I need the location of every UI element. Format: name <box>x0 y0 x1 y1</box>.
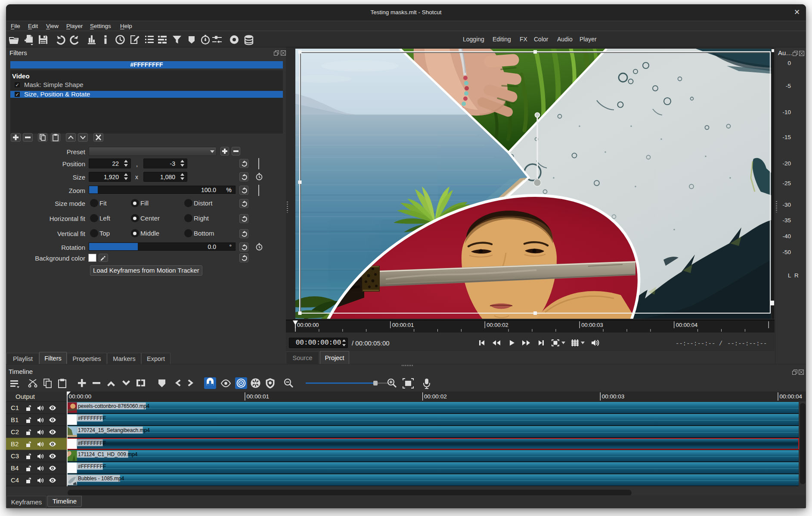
svg-text:C3: C3 <box>11 452 19 460</box>
svg-text:C1: C1 <box>11 404 19 411</box>
svg-text:00:00:02: 00:00:02 <box>487 322 508 328</box>
svg-text:Output: Output <box>15 393 35 400</box>
svg-text:171124_C1_HD_009.mp4: 171124_C1_HD_009.mp4 <box>78 451 138 457</box>
svg-text:B2: B2 <box>11 440 19 448</box>
svg-text:170724_15_Setangibeach.mp4: 170724_15_Setangibeach.mp4 <box>78 427 150 433</box>
svg-text:00:00:03: 00:00:03 <box>581 322 603 328</box>
svg-text:B1: B1 <box>11 416 19 423</box>
svg-text:00:00:01: 00:00:01 <box>392 322 414 328</box>
svg-text:00:00:02: 00:00:02 <box>424 393 447 400</box>
svg-text:C4: C4 <box>11 476 19 484</box>
svg-text:C2: C2 <box>11 428 19 435</box>
svg-text:#FFFFFFFF: #FFFFFFFF <box>78 415 106 421</box>
svg-text:00:00:00: 00:00:00 <box>297 322 319 328</box>
svg-text:#FFFFFFFF: #FFFFFFFF <box>78 440 106 446</box>
svg-text:B4: B4 <box>11 464 19 472</box>
svg-text:#FFFFFFFF: #FFFFFFFF <box>78 463 106 469</box>
svg-text:00:00:04: 00:00:04 <box>780 393 803 400</box>
svg-text:pexels-cottonbro-8765060.mp4: pexels-cottonbro-8765060.mp4 <box>78 403 149 409</box>
svg-text:00:00:04: 00:00:04 <box>676 322 698 328</box>
svg-text:00:00:01: 00:00:01 <box>246 393 269 400</box>
svg-text:00:00:00: 00:00:00 <box>69 393 92 400</box>
svg-text:00:00:03: 00:00:03 <box>602 393 625 400</box>
svg-text:Bubbles - 1085.mp4: Bubbles - 1085.mp4 <box>78 476 124 482</box>
